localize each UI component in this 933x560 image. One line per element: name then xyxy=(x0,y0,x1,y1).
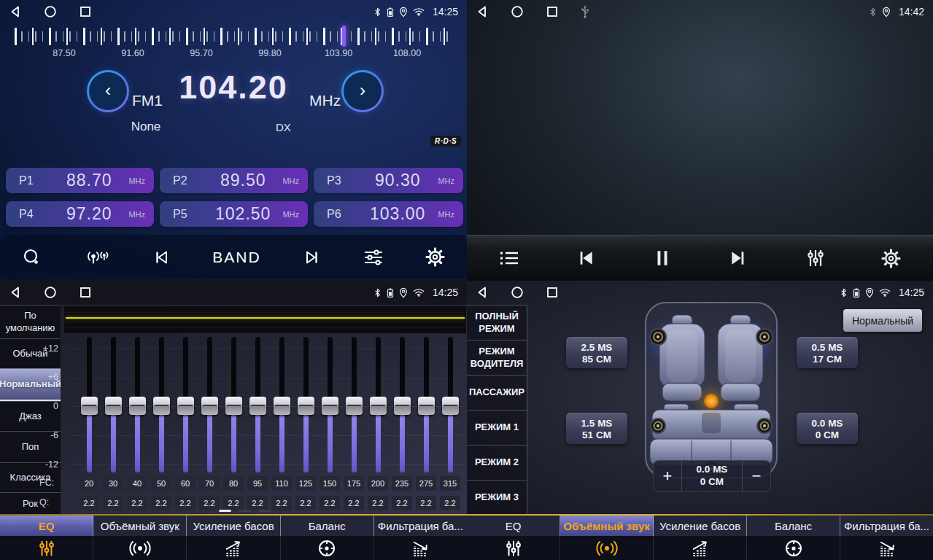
eq-preset-default[interactable]: По умолчанию xyxy=(0,305,61,338)
slider-knob[interactable] xyxy=(322,397,338,415)
pause-icon[interactable] xyxy=(653,249,672,268)
q-value[interactable]: 2.2 xyxy=(320,496,340,510)
previous-track-icon[interactable] xyxy=(575,249,597,268)
fc-value[interactable]: 50 xyxy=(151,476,171,491)
q-value[interactable]: 2.2 xyxy=(440,496,460,510)
balance-tab-icon[interactable] xyxy=(747,536,840,560)
q-value[interactable]: 2.2 xyxy=(416,496,436,510)
band-label[interactable]: FM1 xyxy=(132,92,163,109)
dx-mode-label[interactable]: DX xyxy=(276,121,291,133)
q-value[interactable]: 2.2 xyxy=(199,496,220,510)
q-value[interactable]: 2.2 xyxy=(247,496,268,510)
mode-driver[interactable]: РЕЖИМ ВОДИТЕЛЯ xyxy=(467,340,527,375)
eq-band-slider[interactable] xyxy=(150,335,174,475)
slider-knob[interactable] xyxy=(249,397,266,415)
slider-knob[interactable] xyxy=(225,397,242,415)
tab-balance[interactable]: Баланс xyxy=(281,516,374,536)
eq-band-slider[interactable] xyxy=(318,335,342,475)
mode-passenger[interactable]: ПАССАЖИР xyxy=(467,375,527,410)
slider-knob[interactable] xyxy=(81,397,98,415)
audio-settings-icon[interactable] xyxy=(363,249,384,266)
q-value[interactable]: 2.2 xyxy=(392,496,412,510)
rear-right-delay[interactable]: 0.0 MS 0 CM xyxy=(797,413,858,444)
q-value[interactable]: 2.2 xyxy=(103,496,123,510)
mode-2[interactable]: РЕЖИМ 2 xyxy=(467,445,527,480)
fc-value[interactable]: 40 xyxy=(127,476,147,491)
q-value[interactable]: 2.2 xyxy=(368,496,388,510)
tab-balance[interactable]: Баланс xyxy=(747,516,840,536)
q-value[interactable]: 2.2 xyxy=(295,496,316,510)
q-value[interactable]: 2.2 xyxy=(271,496,292,510)
next-icon[interactable] xyxy=(303,249,322,266)
back-icon[interactable] xyxy=(9,5,22,18)
eq-band-slider[interactable] xyxy=(270,335,294,475)
playlist-icon[interactable] xyxy=(499,249,519,267)
page-dots[interactable] xyxy=(219,510,271,512)
home-icon[interactable] xyxy=(44,286,57,299)
preset-3[interactable]: P3 90.30 MHz xyxy=(314,168,463,193)
tuner-scale-major-ticks[interactable] xyxy=(15,28,452,45)
recents-icon[interactable] xyxy=(79,5,92,18)
tab-surround[interactable]: Объёмный звук xyxy=(93,516,187,536)
gear-icon[interactable] xyxy=(881,249,901,268)
slider-knob[interactable] xyxy=(298,397,314,415)
front-left-delay[interactable]: 2.5 MS 85 CM xyxy=(566,337,627,368)
slider-knob[interactable] xyxy=(274,397,290,415)
q-value[interactable]: 2.2 xyxy=(151,496,171,510)
tab-bass-boost[interactable]: Усиление басов xyxy=(187,516,280,536)
eq-tab-icon[interactable] xyxy=(467,536,560,560)
fc-value[interactable]: 175 xyxy=(344,476,364,491)
fc-value[interactable]: 150 xyxy=(320,476,340,491)
slider-knob[interactable] xyxy=(394,397,411,415)
balance-tab-icon[interactable] xyxy=(281,536,374,560)
eq-band-slider[interactable] xyxy=(125,335,150,475)
recents-icon[interactable] xyxy=(546,5,559,18)
fc-value[interactable]: 20 xyxy=(79,476,99,491)
q-value[interactable]: 2.2 xyxy=(223,496,244,510)
slider-knob[interactable] xyxy=(346,397,363,415)
tab-eq[interactable]: EQ xyxy=(0,516,93,536)
tune-up-button[interactable]: › xyxy=(341,70,384,112)
preset-6[interactable]: P6 103.00 MHz xyxy=(314,201,463,227)
tab-filter[interactable]: Фильтрация ба... xyxy=(840,516,933,536)
slider-knob[interactable] xyxy=(105,397,122,415)
slider-knob[interactable] xyxy=(177,397,194,415)
back-icon[interactable] xyxy=(476,286,489,299)
q-value[interactable]: 2.2 xyxy=(79,496,99,510)
minus-button[interactable]: − xyxy=(743,461,770,491)
eq-band-slider[interactable] xyxy=(246,335,270,475)
recents-icon[interactable] xyxy=(546,286,559,299)
back-icon[interactable] xyxy=(476,5,489,18)
surround-tab-icon[interactable] xyxy=(93,536,187,560)
eq-band-slider[interactable] xyxy=(77,335,101,475)
q-value[interactable]: 2.2 xyxy=(344,496,364,510)
filter-tab-icon[interactable] xyxy=(374,536,467,560)
tab-filter[interactable]: Фильтрация ба... xyxy=(374,516,467,536)
filter-tab-icon[interactable] xyxy=(840,536,933,560)
fc-value[interactable]: 95 xyxy=(247,476,268,491)
tab-bass-boost[interactable]: Усиление басов xyxy=(654,516,747,536)
slider-knob[interactable] xyxy=(153,397,170,415)
profile-button[interactable]: Нормальный xyxy=(843,309,922,332)
recents-icon[interactable] xyxy=(79,286,92,299)
fc-value[interactable]: 60 xyxy=(175,476,195,491)
slider-knob[interactable] xyxy=(370,397,387,415)
tune-down-button[interactable]: ‹ xyxy=(87,70,129,112)
eq-band-slider[interactable] xyxy=(222,335,246,475)
q-value[interactable]: 2.2 xyxy=(127,496,147,510)
fc-value[interactable]: 275 xyxy=(416,476,436,491)
preset-4[interactable]: P4 97.20 MHz xyxy=(6,201,154,227)
mode-3[interactable]: РЕЖИМ 3 xyxy=(467,480,527,515)
q-value[interactable]: 2.2 xyxy=(175,496,195,510)
bass-boost-tab-icon[interactable] xyxy=(654,536,747,560)
home-icon[interactable] xyxy=(511,286,524,299)
mode-1[interactable]: РЕЖИМ 1 xyxy=(467,410,527,445)
mode-full[interactable]: ПОЛНЫЙ РЕЖИМ xyxy=(467,305,527,340)
eq-band-slider[interactable] xyxy=(101,335,125,475)
eq-band-slider[interactable] xyxy=(342,335,366,475)
fc-value[interactable]: 315 xyxy=(440,476,460,491)
rear-left-delay[interactable]: 1.5 MS 51 CM xyxy=(566,413,627,444)
fc-value[interactable]: 200 xyxy=(368,476,388,491)
surround-tab-icon[interactable] xyxy=(560,536,654,560)
eq-band-slider[interactable] xyxy=(294,335,318,475)
